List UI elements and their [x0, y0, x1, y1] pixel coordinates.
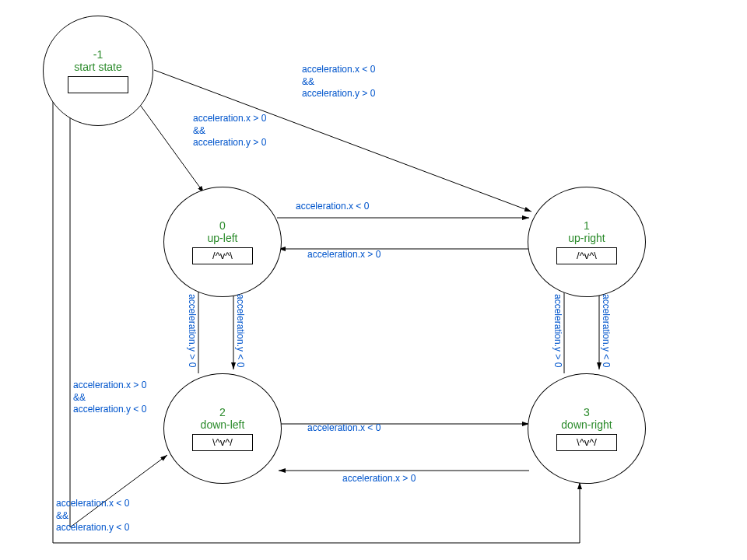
- state-id: 3: [584, 406, 590, 418]
- edge-label-upright-upleft: acceleration.x > 0: [307, 249, 381, 261]
- state-start: -1 start state: [43, 16, 153, 126]
- edge-label-start-upright: acceleration.x < 0&&acceleration.y > 0: [302, 64, 375, 100]
- state-name: down-left: [201, 418, 245, 431]
- edge-label-start-upleft: acceleration.x > 0&&acceleration.y > 0: [193, 113, 266, 149]
- state-down-right: 3 down-right \^v^/: [528, 373, 646, 484]
- edge-label-downleft-downright: acceleration.x < 0: [307, 422, 381, 435]
- edge-label-downright-downleft: acceleration.x > 0: [342, 473, 416, 485]
- state-id: -1: [93, 48, 103, 61]
- state-action: /^v^\: [556, 247, 617, 264]
- state-name: down-right: [561, 418, 612, 431]
- state-down-left: 2 down-left \^v^/: [163, 373, 282, 484]
- state-action: /^v^\: [192, 247, 253, 264]
- edge-label-upleft-upright: acceleration.x < 0: [296, 201, 369, 213]
- state-name: up-right: [568, 232, 605, 244]
- state-action: \^v^/: [192, 434, 253, 451]
- edge-label-upleft-downleft: acceleration.y < 0: [233, 294, 246, 367]
- state-action: \^v^/: [556, 434, 617, 451]
- edge-label-downright-upright: acceleration.y > 0: [551, 294, 563, 367]
- edge-label-start-downleft: acceleration.x > 0&&acceleration.y < 0: [73, 380, 146, 416]
- state-name: start state: [74, 61, 121, 73]
- state-id: 2: [219, 406, 226, 418]
- edge-label-start-downright: acceleration.x < 0&&acceleration.y < 0: [56, 498, 129, 534]
- state-name: up-left: [208, 232, 238, 244]
- state-action: [68, 76, 128, 93]
- state-up-right: 1 up-right /^v^\: [528, 187, 646, 297]
- state-id: 0: [219, 219, 226, 232]
- edge-label-upright-downright: acceleration.y < 0: [599, 294, 612, 367]
- state-id: 1: [584, 219, 590, 232]
- state-up-left: 0 up-left /^v^\: [163, 187, 282, 297]
- edge-label-downleft-upleft: acceleration.y > 0: [185, 294, 198, 367]
